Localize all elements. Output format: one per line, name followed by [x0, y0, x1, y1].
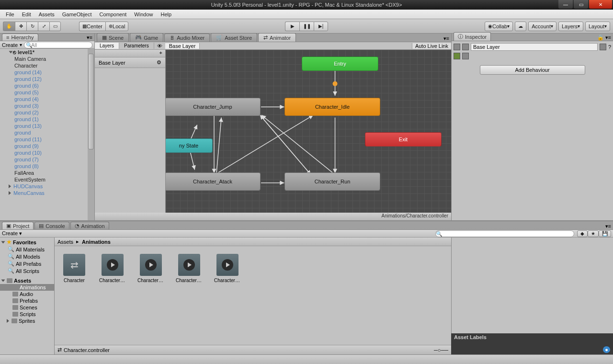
hierarchy-item[interactable]: ground (10) [0, 149, 94, 156]
asset-item[interactable]: Character_... [216, 254, 239, 283]
node-idle[interactable]: Character_Idle [284, 98, 380, 116]
menu-component[interactable]: Component [95, 11, 130, 18]
create-dropdown[interactable]: Create ▾ [2, 230, 22, 237]
minimize-button[interactable]: — [558, 0, 573, 9]
assets-header[interactable]: Assets [0, 277, 54, 284]
favorite-item[interactable]: 🔍All Prefabs [0, 260, 54, 267]
menu-help[interactable]: Help [157, 11, 175, 18]
hierarchy-item[interactable]: ground (14) [0, 69, 94, 76]
account-dropdown[interactable]: Account ▾ [528, 22, 556, 31]
folder-item[interactable]: Sprites [0, 318, 54, 324]
asset-item[interactable]: Character_... [101, 254, 125, 283]
favorite-item[interactable]: 🔍All Materials [0, 246, 54, 253]
auto-live-link-toggle[interactable]: Auto Live Link [412, 43, 451, 49]
layer-name-input[interactable] [471, 43, 598, 51]
layout-dropdown[interactable]: Layout ▾ [585, 22, 610, 31]
favorite-item[interactable]: 🔍All Scripts [0, 267, 54, 274]
menu-window[interactable]: Window [130, 11, 157, 18]
node-entry[interactable]: Entry [302, 57, 378, 71]
tab-asset-store[interactable]: 🛒 Asset Store [211, 33, 257, 42]
tab-audio-mixer[interactable]: 🎚 Audio Mixer [164, 34, 210, 42]
cloud-button[interactable]: ☁ [515, 22, 526, 31]
panel-menu-icon[interactable]: ▾≡ [85, 34, 94, 41]
node-exit[interactable]: Exit [365, 132, 442, 147]
add-layer-button[interactable]: + [95, 50, 165, 57]
maximize-button[interactable]: ▭ [574, 0, 588, 9]
hand-tool-button[interactable]: ✋ [3, 22, 15, 31]
hierarchy-item[interactable]: ground (2) [0, 109, 94, 116]
menu-assets[interactable]: Assets [35, 11, 58, 18]
subtab-layers[interactable]: Layers [95, 43, 119, 49]
move-tool-button[interactable]: ✥ [15, 22, 26, 31]
lock-icon[interactable]: 🔒 ▾≡ [595, 34, 613, 41]
node-run[interactable]: Character_Run [284, 172, 380, 191]
node-jump[interactable]: Character_Jump [166, 98, 261, 116]
layer-breadcrumb[interactable]: Base Layer [165, 43, 200, 49]
folder-item[interactable]: Animations [0, 284, 54, 291]
hierarchy-item[interactable]: ground (12) [0, 76, 94, 82]
layers-dropdown[interactable]: Layers ▾ [558, 22, 583, 31]
menu-file[interactable]: File [2, 11, 18, 18]
filter-by-type-icon[interactable]: ◆ [577, 230, 588, 237]
layer-item[interactable]: Base Layer ⚙ [95, 57, 165, 68]
panel-menu-icon[interactable]: ▾≡ [442, 35, 451, 42]
hierarchy-item[interactable]: MenuCanvas [0, 190, 94, 196]
hierarchy-item[interactable]: ground (13) [0, 123, 94, 129]
add-behaviour-button[interactable]: Add Behaviour [480, 65, 585, 75]
step-button[interactable]: ▶| [314, 22, 328, 31]
hierarchy-item[interactable]: HUDCanvas [0, 183, 94, 190]
tab-animation[interactable]: ◔ Animation [70, 222, 109, 229]
hierarchy-item[interactable]: ground (1) [0, 116, 94, 123]
tab-scene[interactable]: ▦ Scene [97, 33, 129, 42]
hierarchy-item[interactable]: Character [0, 62, 94, 69]
inspector-tab[interactable]: ⓘ Inspector [454, 32, 491, 41]
sync-icon[interactable] [600, 44, 606, 50]
ik-icon[interactable] [454, 53, 460, 59]
menu-gameobject[interactable]: GameObject [58, 11, 96, 18]
asset-item[interactable]: Character_... [177, 254, 201, 283]
hierarchy-item[interactable]: ground (9) [0, 143, 94, 149]
hierarchy-item[interactable]: ground [0, 129, 94, 136]
gear-icon[interactable]: ⚙ [157, 59, 161, 66]
label-dropdown-icon[interactable]: ● [603, 346, 610, 353]
tab-project[interactable]: ▣ Project [2, 222, 34, 229]
hierarchy-item[interactable]: ground (7) [0, 156, 94, 163]
folder-item[interactable]: Scripts [0, 311, 54, 318]
hierarchy-item[interactable]: ground (6) [0, 82, 94, 89]
subtab-parameters[interactable]: Parameters [119, 43, 154, 49]
asset-item[interactable]: Character_... [139, 254, 163, 283]
folder-item[interactable]: Audio [0, 291, 54, 297]
hierarchy-tab[interactable]: ≡ Hierarchy [2, 34, 38, 41]
eye-icon[interactable]: 👁 [154, 43, 165, 49]
folder-item[interactable]: Prefabs [0, 297, 54, 304]
save-search-icon[interactable]: 💾 [599, 230, 611, 237]
pause-button[interactable]: ❚❚ [299, 22, 314, 31]
asset-item[interactable]: ⇄Character [62, 254, 86, 283]
favorites-header[interactable]: ★Favorites [0, 239, 54, 246]
zoom-slider[interactable]: ─○── [434, 347, 448, 353]
scene-row[interactable]: ⎋ level1* [0, 49, 94, 56]
close-button[interactable]: ✕ [589, 0, 612, 9]
favorite-item[interactable]: 🔍All Models [0, 253, 54, 260]
breadcrumb-item[interactable]: Assets [57, 239, 73, 245]
hierarchy-item[interactable]: ground (5) [0, 89, 94, 96]
hierarchy-item[interactable]: ground (4) [0, 96, 94, 102]
space-toggle[interactable]: ⊕ Local [105, 22, 128, 31]
breadcrumb-item[interactable]: Animations [82, 239, 111, 245]
hierarchy-item[interactable]: Main Camera [0, 56, 94, 62]
hierarchy-item[interactable]: ground (8) [0, 163, 94, 170]
hierarchy-scrollbar[interactable] [88, 49, 94, 220]
collab-dropdown[interactable]: ◉ Collab ▾ [485, 22, 513, 31]
hierarchy-item[interactable]: ground (11) [0, 136, 94, 143]
filter-by-label-icon[interactable]: ★ [588, 230, 599, 237]
node-any-state[interactable]: ny State [166, 138, 213, 153]
animator-graph[interactable]: Entry Character_Idle Character_Jump ny S… [166, 50, 451, 213]
rotate-tool-button[interactable]: ↻ [26, 22, 38, 31]
menu-edit[interactable]: Edit [18, 11, 35, 18]
hierarchy-item[interactable]: ground (3) [0, 102, 94, 109]
help-icon[interactable]: ? [608, 44, 611, 50]
pivot-toggle[interactable]: ▦ Center [79, 22, 105, 31]
node-attack[interactable]: Character_Atack [166, 172, 261, 191]
play-button[interactable]: ▶ [285, 22, 299, 31]
project-search[interactable]: 🔍 [435, 230, 574, 237]
